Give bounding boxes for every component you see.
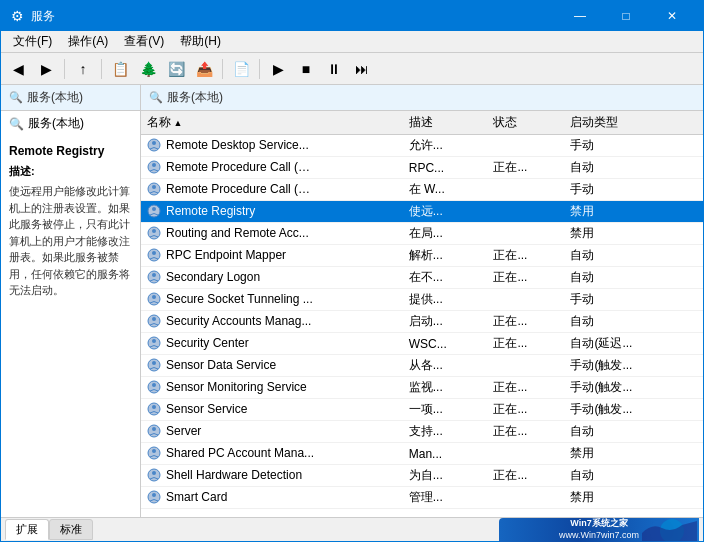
menu-bar: 文件(F) 操作(A) 查看(V) 帮助(H) [1, 31, 703, 53]
menu-action[interactable]: 操作(A) [60, 31, 116, 52]
close-button[interactable]: ✕ [649, 1, 695, 31]
properties-button[interactable]: 📄 [228, 57, 254, 81]
tab-standard[interactable]: 标准 [49, 519, 93, 540]
service-desc-cell: 使远... [403, 201, 488, 223]
service-desc-cell: 一项... [403, 399, 488, 421]
service-name-cell: RPC Endpoint Mapper [141, 245, 403, 267]
show-hide-console[interactable]: 📋 [107, 57, 133, 81]
service-desc-cell: 为自... [403, 465, 488, 487]
row-icon [147, 292, 163, 308]
table-row[interactable]: Routing and Remote Acc...在局...禁用 [141, 223, 703, 245]
table-row[interactable]: Sensor Service一项...正在...手动(触发... [141, 399, 703, 421]
row-icon [147, 138, 163, 154]
table-row[interactable]: Smart Card管理...禁用 [141, 487, 703, 509]
service-desc-cell: 支持... [403, 421, 488, 443]
row-icon [147, 358, 163, 374]
service-name-cell: Security Center [141, 333, 403, 355]
start-service[interactable]: ▶ [265, 57, 291, 81]
table-row[interactable]: Remote Procedure Call (…RPC...正在...自动 [141, 157, 703, 179]
stop-service[interactable]: ■ [293, 57, 319, 81]
table-row[interactable]: Server支持...正在...自动 [141, 421, 703, 443]
back-button[interactable]: ◀ [5, 57, 31, 81]
right-panel-title: 服务(本地) [167, 89, 223, 106]
menu-file[interactable]: 文件(F) [5, 31, 60, 52]
service-start-cell: 自动 [564, 157, 703, 179]
menu-help[interactable]: 帮助(H) [172, 31, 229, 52]
maximize-button[interactable]: □ [603, 1, 649, 31]
service-desc-cell: 在 W... [403, 179, 488, 201]
right-panel-header: 🔍 服务(本地) [141, 85, 703, 111]
service-status-cell: 正在... [487, 377, 564, 399]
table-row[interactable]: Remote Desktop Service...允许...手动 [141, 135, 703, 157]
service-name-cell: Routing and Remote Acc... [141, 223, 403, 245]
menu-view[interactable]: 查看(V) [116, 31, 172, 52]
restart-service[interactable]: ⏭ [349, 57, 375, 81]
service-start-cell: 禁用 [564, 487, 703, 509]
toolbar-separator-2 [101, 59, 102, 79]
table-row[interactable]: Shared PC Account Mana...Man...禁用 [141, 443, 703, 465]
tree-item-services[interactable]: 🔍 服务(本地) [1, 111, 140, 136]
tree-item-label: 服务(本地) [28, 115, 84, 132]
row-icon [147, 336, 163, 352]
row-icon [147, 226, 163, 242]
service-name-cell: Secondary Logon [141, 267, 403, 289]
row-icon [147, 204, 163, 220]
col-header-name[interactable]: 名称 [141, 111, 403, 135]
service-name-cell: Remote Desktop Service... [141, 135, 403, 157]
svg-point-1 [152, 141, 156, 145]
service-name-cell: Sensor Data Service [141, 355, 403, 377]
svg-point-3 [152, 163, 156, 167]
service-name-cell: Remote Procedure Call (… [141, 179, 403, 201]
table-row[interactable]: Shell Hardware Detection为自...正在...自动 [141, 465, 703, 487]
pause-service[interactable]: ⏸ [321, 57, 347, 81]
service-start-cell: 手动 [564, 179, 703, 201]
minimize-button[interactable]: — [557, 1, 603, 31]
table-row[interactable]: Sensor Data Service从各...手动(触发... [141, 355, 703, 377]
service-status-cell: 正在... [487, 311, 564, 333]
left-panel: 🔍 服务(本地) 🔍 服务(本地) Remote Registry 描述: 使远… [1, 85, 141, 517]
svg-point-9 [152, 229, 156, 233]
toolbar-separator-3 [222, 59, 223, 79]
up-button[interactable]: ↑ [70, 57, 96, 81]
show-tree[interactable]: 🌲 [135, 57, 161, 81]
svg-point-29 [152, 449, 156, 453]
desc-label: 描述: [9, 164, 132, 179]
row-icon [147, 182, 163, 198]
service-status-cell [487, 289, 564, 311]
watermark-line1: Win7系统之家 [559, 518, 639, 530]
svg-point-7 [152, 207, 156, 211]
col-header-start[interactable]: 启动类型 [564, 111, 703, 135]
table-row[interactable]: Sensor Monitoring Service监视...正在...手动(触发… [141, 377, 703, 399]
table-row[interactable]: Secure Socket Tunneling ...提供...手动 [141, 289, 703, 311]
service-status-cell: 正在... [487, 465, 564, 487]
service-status-cell [487, 443, 564, 465]
col-header-desc[interactable]: 描述 [403, 111, 488, 135]
svg-point-15 [152, 295, 156, 299]
table-row[interactable]: RPC Endpoint Mapper解析...正在...自动 [141, 245, 703, 267]
forward-button[interactable]: ▶ [33, 57, 59, 81]
svg-point-13 [152, 273, 156, 277]
table-row[interactable]: Remote Registry使远...禁用 [141, 201, 703, 223]
service-start-cell: 手动(触发... [564, 355, 703, 377]
tree-expand-icon: 🔍 [9, 117, 24, 131]
refresh[interactable]: 🔄 [163, 57, 189, 81]
service-name-cell: Sensor Service [141, 399, 403, 421]
table-row[interactable]: Security CenterWSC...正在...自动(延迟... [141, 333, 703, 355]
watermark-line2: www.Win7win7.com [559, 530, 639, 542]
service-desc-cell: 监视... [403, 377, 488, 399]
service-start-cell: 手动(触发... [564, 377, 703, 399]
export[interactable]: 📤 [191, 57, 217, 81]
row-icon [147, 380, 163, 396]
service-status-cell [487, 487, 564, 509]
service-name-cell: Smart Card [141, 487, 403, 509]
services-table-container[interactable]: 名称 描述 状态 启动类型 Remote Desktop Service...允… [141, 111, 703, 517]
tab-expand[interactable]: 扩展 [5, 519, 49, 540]
col-header-status[interactable]: 状态 [487, 111, 564, 135]
service-start-cell: 自动(延迟... [564, 333, 703, 355]
left-panel-header: 🔍 服务(本地) [1, 85, 140, 111]
table-row[interactable]: Security Accounts Manag...启动...正在...自动 [141, 311, 703, 333]
table-row[interactable]: Remote Procedure Call (…在 W...手动 [141, 179, 703, 201]
row-icon [147, 248, 163, 264]
table-row[interactable]: Secondary Logon在不...正在...自动 [141, 267, 703, 289]
row-icon [147, 160, 163, 176]
